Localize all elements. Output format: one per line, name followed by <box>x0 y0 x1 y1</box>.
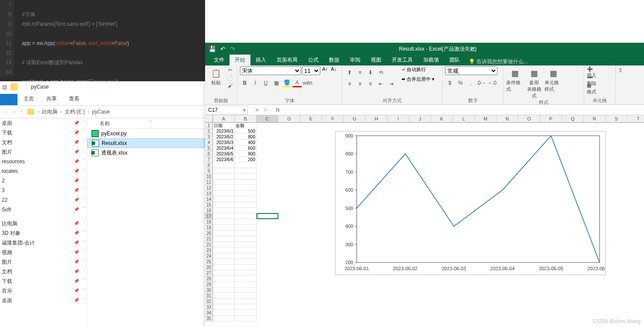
currency-icon[interactable]: $ <box>445 79 455 87</box>
col-header[interactable]: F <box>322 115 344 123</box>
row-header[interactable]: 19 <box>205 225 213 231</box>
row-header[interactable]: 3 <box>205 134 213 140</box>
font-select[interactable]: 宋体 <box>240 66 301 75</box>
wrap-text-button[interactable]: ⤶ 自动换行 <box>401 66 435 75</box>
up-button[interactable]: ↑ <box>17 109 25 115</box>
font-size-select[interactable]: 11 <box>302 66 320 75</box>
row-header[interactable]: 34 <box>205 310 213 316</box>
fill-color-button[interactable]: 🪣 <box>282 79 291 87</box>
tree-item[interactable]: 图片📌ˇ <box>0 147 87 157</box>
col-header[interactable]: S <box>606 115 627 123</box>
row-header[interactable]: 24 <box>205 253 213 259</box>
autosum-icon[interactable]: Σ <box>616 65 625 75</box>
col-header[interactable]: I <box>387 115 409 123</box>
breadcrumb[interactable]: pyCase <box>92 109 110 115</box>
forward-button[interactable]: → <box>10 109 17 115</box>
spreadsheet-grid[interactable]: ABCDEFGHIJKLMNOPQRST 1234567891011121314… <box>205 115 644 327</box>
file-item[interactable]: pyExcel.py <box>87 129 205 138</box>
col-header[interactable]: B <box>235 115 257 123</box>
copy-icon[interactable]: 📄 <box>226 75 234 82</box>
tree-item[interactable]: 下载📌ˇ <box>0 276 87 286</box>
tree-item[interactable]: 音乐📌ˇ <box>0 286 87 296</box>
dec-decimal-icon[interactable]: →.0 <box>487 79 497 87</box>
col-header[interactable]: H <box>366 115 387 123</box>
tree-item[interactable]: 下载📌ˇ <box>0 128 87 138</box>
fx-icon[interactable]: fx <box>274 107 281 113</box>
tree-item[interactable]: 3📌ˇ <box>0 186 87 195</box>
col-header[interactable]: N <box>497 115 518 123</box>
tree-item[interactable]: 文档📌ˇ <box>0 267 87 276</box>
increase-font-icon[interactable]: A↑ <box>321 66 329 75</box>
tree-item[interactable]: 文档📌ˇ <box>0 138 87 147</box>
row-header[interactable]: 9 <box>205 168 213 174</box>
number-format-select[interactable]: 常规 <box>445 66 497 75</box>
tree-item[interactable]: 比电脑📌ˇ <box>0 219 87 228</box>
cancel-icon[interactable]: ✕ <box>253 107 261 113</box>
col-header[interactable]: R <box>584 115 606 123</box>
tell-me[interactable]: 💡 告诉我您想要做什么... <box>469 58 528 65</box>
row-header[interactable]: 27 <box>205 270 213 276</box>
comma-icon[interactable]: , <box>466 79 476 87</box>
bold-button[interactable]: B <box>240 79 250 87</box>
row-header[interactable]: 25 <box>205 259 213 265</box>
row-header[interactable]: 12 <box>205 185 213 191</box>
col-header[interactable]: C <box>257 115 278 123</box>
file-item[interactable]: Result.xlsx <box>87 138 205 148</box>
row-header[interactable]: 6 <box>205 151 213 157</box>
tree-item[interactable]: 桌面📌ˇ <box>0 118 87 128</box>
cell-styles-button[interactable]: ▦单元格样式 <box>545 66 562 93</box>
indent-inc-icon[interactable]: ⇥ <box>387 79 396 88</box>
italic-button[interactable]: I <box>250 79 260 87</box>
pin-icon[interactable]: ▤ <box>0 84 9 90</box>
row-header[interactable]: 28 <box>205 276 213 282</box>
tree-item[interactable]: 图片📌ˇ <box>0 257 87 267</box>
inc-decimal-icon[interactable]: .0→ <box>476 79 486 87</box>
row-header[interactable]: 15 <box>205 202 213 208</box>
row-header[interactable]: 33 <box>205 304 213 310</box>
sort-icon[interactable]: ˇ <box>149 118 151 128</box>
cut-icon[interactable]: ✂ <box>226 67 234 74</box>
row-header[interactable]: 22 <box>205 242 213 248</box>
tab-home[interactable]: 主页 <box>24 94 34 103</box>
col-header[interactable]: O <box>518 115 540 123</box>
orientation-icon[interactable]: ⟲ <box>376 68 386 77</box>
tree-item[interactable]: 22📌ˇ <box>0 195 87 205</box>
tree-item[interactable]: 诚隆集团-会计📌ˇ <box>0 238 87 248</box>
ribbon-tab[interactable]: 插入 <box>250 55 271 65</box>
row-header[interactable]: 8 <box>205 162 213 168</box>
tree-item[interactable]: locales📌ˇ <box>0 166 87 176</box>
undo-icon[interactable]: ↶ <box>220 45 226 52</box>
align-right-icon[interactable]: ≡ <box>366 79 375 88</box>
row-header[interactable]: 29 <box>205 282 213 287</box>
percent-icon[interactable]: % <box>456 79 465 87</box>
col-header[interactable]: T <box>627 115 644 123</box>
row-header[interactable]: 31 <box>205 293 213 299</box>
ribbon-tab[interactable]: 加载项 <box>418 55 444 65</box>
col-header[interactable]: A <box>213 115 235 123</box>
col-header[interactable]: D <box>278 115 300 123</box>
table-format-button[interactable]: ▦套用 表格格式 <box>525 66 543 99</box>
align-left-icon[interactable]: ≡ <box>345 79 354 88</box>
row-header[interactable]: 21 <box>205 236 213 242</box>
ribbon-tab[interactable]: 文件 <box>209 55 230 65</box>
row-header[interactable]: 32 <box>205 299 213 304</box>
row-header[interactable]: 35 <box>205 316 213 321</box>
row-header[interactable]: 4 <box>205 140 213 145</box>
font-color-button[interactable]: A <box>292 79 302 87</box>
align-center-icon[interactable]: ≡ <box>355 79 365 88</box>
decrease-font-icon[interactable]: A↓ <box>330 66 338 75</box>
col-header[interactable]: P <box>540 115 562 123</box>
row-header[interactable]: 10 <box>205 174 213 179</box>
tree-item[interactable]: 视频📌ˇ <box>0 248 87 257</box>
ribbon-tab[interactable]: 数据 <box>324 55 345 65</box>
ribbon-tab[interactable]: 开始 <box>230 55 250 65</box>
tree-item[interactable]: 2📌ˇ <box>0 176 87 186</box>
ribbon-tab[interactable]: 开发工具 <box>387 55 418 65</box>
name-box[interactable]: C17▾ <box>206 106 248 114</box>
tree-item[interactable]: 3D 对象📌ˇ <box>0 228 87 238</box>
align-mid-icon[interactable]: ≡ <box>355 68 365 77</box>
indent-dec-icon[interactable]: ⇤ <box>376 79 386 88</box>
delete-cells-button[interactable]: ➖ 删除 <box>587 75 596 83</box>
col-header[interactable]: K <box>431 115 453 123</box>
col-header[interactable]: J <box>409 115 431 123</box>
